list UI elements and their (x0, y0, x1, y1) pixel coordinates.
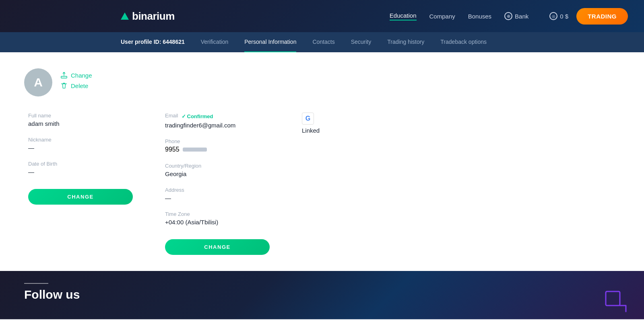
left-info-column: Full name adam smith Nickname — Date of … (28, 113, 133, 255)
nav-link-company[interactable]: Company (429, 13, 455, 20)
dob-value: — (28, 168, 133, 175)
logo-area: binarium (121, 10, 175, 23)
subnav-trading-history[interactable]: Trading history (387, 32, 424, 52)
subnav-personal-information[interactable]: Personal Information (244, 32, 296, 52)
sub-nav-inner: User profile ID: 6448621 Verification Pe… (121, 32, 487, 52)
linked-label: Linked (302, 127, 407, 134)
top-navigation: binarium Education Company Bonuses ⊕ Ban… (0, 0, 644, 32)
nickname-field: Nickname — (28, 137, 133, 151)
profile-section: A Change Delete (24, 68, 620, 96)
dob-label: Date of Birth (28, 161, 133, 167)
timezone-field: Time Zone +04:00 (Asia/Tbilisi) (165, 211, 270, 226)
trash-icon (60, 82, 68, 89)
email-value: tradingfinder6@gmail.com (165, 122, 270, 129)
phone-digits: 9955 (165, 146, 180, 153)
info-grid: Full name adam smith Nickname — Date of … (24, 113, 620, 255)
avatar: A (24, 68, 52, 96)
svg-rect-0 (61, 76, 67, 78)
upload-icon (60, 72, 68, 79)
logo-text[interactable]: binarium (132, 10, 175, 23)
footer-logo (604, 289, 628, 315)
phone-blur-mask (183, 148, 207, 152)
email-header: Email ✓ Confirmed (165, 113, 270, 120)
dob-field: Date of Birth — (28, 161, 133, 175)
email-label: Email (165, 113, 178, 119)
footer-logo-icon (604, 289, 628, 314)
confirmed-badge: ✓ Confirmed (182, 113, 213, 119)
svg-rect-1 (606, 291, 620, 306)
user-icon: ◎ (549, 12, 557, 20)
check-mark: ✓ (182, 113, 186, 119)
confirmed-label: Confirmed (187, 113, 213, 119)
nav-link-education[interactable]: Education (390, 12, 417, 21)
footer: Follow us (0, 271, 644, 319)
subnav-verification[interactable]: Verification (201, 32, 228, 52)
bank-label: Bank (515, 13, 528, 20)
address-value: — (165, 195, 270, 201)
country-value: Georgia (165, 170, 270, 177)
address-label: Address (165, 187, 270, 193)
address-field: Address — (165, 187, 270, 201)
country-label: Country/Region (165, 163, 270, 169)
nickname-value: — (28, 144, 133, 151)
middle-info-column: Email ✓ Confirmed tradingfinder6@gmail.c… (165, 113, 270, 255)
follow-us-text: Follow us (24, 288, 80, 302)
timezone-value: +04:00 (Asia/Tbilisi) (165, 219, 270, 226)
main-content: A Change Delete Full name adam sm (0, 52, 644, 271)
avatar-actions: Change Delete (60, 68, 92, 89)
right-info-column: G Linked (302, 113, 407, 255)
subnav-contacts[interactable]: Contacts (312, 32, 334, 52)
phone-value-container: 9955 (165, 146, 270, 153)
google-icon: G (302, 113, 314, 125)
full-name-field: Full name adam smith (28, 113, 133, 127)
subnav-tradeback[interactable]: Tradeback options (440, 32, 487, 52)
full-name-value: adam smith (28, 120, 133, 127)
profile-id: User profile ID: 6448621 (121, 32, 185, 52)
phone-field: Phone 9955 (165, 138, 270, 153)
nav-links: Education Company Bonuses ⊕ Bank (390, 12, 529, 21)
trading-button[interactable]: TRADING (576, 8, 628, 25)
balance-value: 0 $ (560, 13, 568, 20)
change-personal-button[interactable]: CHANGE (28, 189, 133, 205)
change-contacts-button[interactable]: CHANGE (165, 239, 270, 255)
sub-navigation: User profile ID: 6448621 Verification Pe… (0, 32, 644, 52)
footer-divider (24, 283, 48, 284)
bank-icon: ⊕ (504, 12, 512, 20)
country-field: Country/Region Georgia (165, 163, 270, 177)
email-field: Email ✓ Confirmed tradingfinder6@gmail.c… (165, 113, 270, 129)
follow-us-section: Follow us (24, 283, 80, 302)
nav-link-bonuses[interactable]: Bonuses (468, 13, 491, 20)
balance-area: ◎ 0 $ (549, 12, 568, 20)
nickname-label: Nickname (28, 137, 133, 143)
nav-link-bank[interactable]: ⊕ Bank (504, 12, 528, 20)
subnav-security[interactable]: Security (351, 32, 372, 52)
timezone-label: Time Zone (165, 211, 270, 217)
full-name-label: Full name (28, 113, 133, 119)
delete-photo-button[interactable]: Delete (60, 82, 92, 89)
change-photo-button[interactable]: Change (60, 72, 92, 79)
phone-label: Phone (165, 138, 270, 144)
logo-triangle-icon (121, 12, 129, 20)
google-linked-field: G Linked (302, 113, 407, 134)
